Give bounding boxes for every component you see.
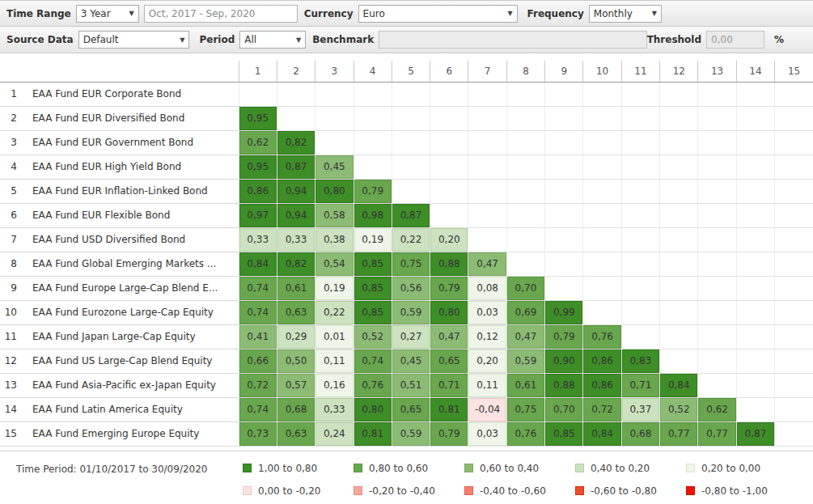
matrix-cell-empty: [430, 155, 468, 179]
matrix-cell-empty: [660, 276, 698, 300]
correlation-table: 123456789101112131415 1EAA Fund EUR Corp…: [0, 61, 813, 447]
threshold-value: 0,00: [711, 34, 733, 45]
period-select[interactable]: All ▼: [239, 31, 306, 49]
matrix-cell: 0,69: [506, 300, 544, 324]
matrix-cell-empty: [775, 276, 813, 300]
matrix-corner: [0, 61, 239, 82]
matrix-cell: 0,88: [545, 373, 583, 397]
color-legend: 1,00 to 0,800,80 to 0,600,60 to 0,400,40…: [243, 457, 797, 502]
matrix-cell-empty: [545, 130, 583, 155]
table-row: 10EAA Fund Eurozone Large-Cap Equity0,74…: [0, 300, 813, 324]
matrix-cell: 0,62: [239, 130, 277, 155]
time-range-select[interactable]: 3 Year ▼: [76, 5, 139, 23]
period-value: All: [244, 34, 256, 45]
matrix-cell-empty: [621, 179, 659, 203]
fund-name: EAA Fund Asia-Pacific ex-Japan Equity: [24, 373, 239, 397]
matrix-cell: 0,87: [277, 155, 315, 179]
fund-name: EAA Fund Eurozone Large-Cap Equity: [24, 300, 239, 324]
legend-swatch-icon: [243, 464, 252, 472]
table-row: 15EAA Fund Emerging Europe Equity0,730,6…: [0, 421, 813, 446]
table-row: 1EAA Fund EUR Corporate Bond: [0, 82, 813, 106]
source-data-value: Default: [83, 34, 119, 45]
threshold-input[interactable]: 0,00: [706, 31, 764, 49]
matrix-cell: 0,03: [468, 421, 506, 446]
currency-label: Currency: [304, 8, 354, 19]
legend-swatch-icon: [354, 486, 362, 495]
matrix-cell: 0,79: [430, 276, 468, 300]
table-row: 6EAA Fund EUR Flexible Bond0,970,940,580…: [0, 203, 813, 227]
legend-item: 0,40 to 0,20: [575, 463, 686, 474]
chevron-down-icon: ▼: [129, 10, 134, 17]
matrix-cell: 0,27: [392, 324, 430, 349]
column-header: 13: [698, 61, 736, 82]
legend-swatch-icon: [354, 464, 362, 472]
matrix-cell: 0,85: [545, 421, 583, 446]
matrix-cell-empty: [660, 179, 698, 203]
matrix-cell-empty: [621, 155, 659, 179]
frequency-select[interactable]: Monthly ▼: [589, 5, 662, 23]
matrix-cell-empty: [506, 130, 544, 155]
matrix-cell-empty: [354, 82, 392, 106]
matrix-cell: 0,90: [545, 349, 583, 373]
column-header: 9: [545, 61, 583, 82]
benchmark-input[interactable]: [379, 31, 646, 49]
matrix-cell-empty: [698, 324, 736, 349]
source-data-select[interactable]: Default ▼: [78, 31, 190, 49]
matrix-cell-empty: [775, 373, 813, 397]
matrix-cell: 0,88: [430, 252, 468, 276]
legend-label: 0,20 to 0,00: [701, 463, 760, 474]
matrix-cell-empty: [660, 130, 698, 155]
legend-label: 0,40 to 0,20: [591, 463, 650, 474]
matrix-cell-empty: [545, 179, 583, 203]
row-number: 2: [0, 106, 24, 130]
matrix-cell: 0,79: [545, 324, 583, 349]
matrix-cell-empty: [698, 203, 736, 227]
matrix-cell: 0,59: [392, 300, 430, 324]
fund-name: EAA Fund Emerging Europe Equity: [24, 421, 239, 446]
matrix-cell-empty: [583, 276, 621, 300]
matrix-cell-empty: [736, 179, 774, 203]
matrix-cell: 0,80: [354, 397, 392, 421]
matrix-cell-empty: [775, 179, 813, 203]
matrix-cell-empty: [315, 130, 354, 155]
matrix-cell-empty: [736, 252, 774, 276]
matrix-cell-empty: [430, 179, 468, 203]
currency-select[interactable]: Euro ▼: [358, 5, 518, 23]
matrix-cell: 0,84: [660, 373, 698, 397]
matrix-cell: 0,20: [468, 349, 506, 373]
matrix-cell-empty: [736, 373, 774, 397]
legend-label: -0,60 to -0,80: [591, 485, 657, 497]
matrix-cell-empty: [698, 373, 736, 397]
row-number: 1: [0, 82, 24, 106]
table-row: 3EAA Fund EUR Government Bond0,620,82: [0, 130, 813, 155]
matrix-cell-empty: [545, 276, 583, 300]
date-range-field[interactable]: Oct, 2017 - Sep, 2020: [144, 5, 298, 23]
matrix-cell-empty: [736, 82, 774, 106]
matrix-cell-empty: [775, 227, 813, 252]
matrix-cell-empty: [775, 397, 813, 421]
matrix-cell-empty: [736, 349, 774, 373]
matrix-cell: 0,83: [621, 349, 659, 373]
matrix-cell: 0,12: [468, 324, 506, 349]
matrix-cell: 0,86: [239, 179, 277, 203]
matrix-cell-empty: [621, 106, 659, 130]
matrix-cell-empty: [621, 227, 659, 252]
matrix-cell: 0,20: [430, 227, 468, 252]
legend-item: 0,20 to 0,00: [686, 463, 797, 474]
legend-swatch-icon: [464, 486, 473, 495]
column-header: 4: [354, 61, 392, 82]
fund-name: EAA Fund EUR Diversified Bond: [24, 106, 239, 130]
matrix-cell: 0,22: [315, 300, 354, 324]
matrix-cell-empty: [506, 203, 544, 227]
column-header: 10: [583, 61, 621, 82]
matrix-cell-empty: [660, 252, 698, 276]
matrix-cell: 0,95: [239, 155, 277, 179]
matrix-cell: 0,77: [698, 421, 736, 446]
matrix-cell-empty: [468, 203, 506, 227]
matrix-cell-empty: [277, 106, 315, 130]
matrix-cell: 0,68: [277, 397, 315, 421]
row-number: 15: [0, 421, 24, 446]
legend-item: -0,80 to -1,00: [686, 485, 797, 497]
matrix-cell-empty: [775, 82, 813, 106]
legend-swatch-icon: [686, 464, 695, 472]
